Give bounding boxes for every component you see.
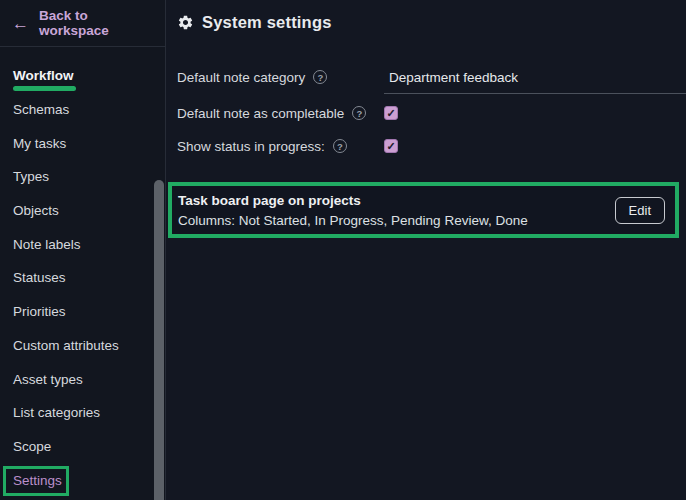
field-label: Show status in progress: bbox=[177, 139, 325, 154]
task-board-section: Task board page on projects Columns: Not… bbox=[168, 182, 679, 238]
checkmark-icon: ✓ bbox=[386, 141, 395, 152]
sidebar-item-list-categories[interactable]: List categories bbox=[0, 396, 165, 430]
sidebar-nav: Workflow Schemas My tasks Types Objects … bbox=[0, 47, 165, 497]
sidebar-item-custom-attributes[interactable]: Custom attributes bbox=[0, 329, 165, 363]
default-note-category-input[interactable] bbox=[384, 64, 686, 94]
help-icon[interactable]: ? bbox=[313, 70, 327, 84]
sidebar-item-label: Note labels bbox=[13, 237, 81, 252]
sidebar-item-label: Workflow bbox=[13, 68, 74, 83]
sidebar-item-scope[interactable]: Scope bbox=[0, 430, 165, 464]
sidebar-item-schemas[interactable]: Schemas bbox=[0, 93, 165, 127]
task-board-title: Task board page on projects bbox=[178, 193, 528, 208]
sidebar-item-label: Statuses bbox=[13, 270, 66, 285]
sidebar-item-objects[interactable]: Objects bbox=[0, 194, 165, 228]
page-title: System settings bbox=[202, 13, 332, 32]
sidebar-item-label: Objects bbox=[13, 203, 59, 218]
sidebar-item-label: My tasks bbox=[13, 136, 66, 151]
edit-button[interactable]: Edit bbox=[615, 197, 665, 224]
sidebar-item-label: Priorities bbox=[13, 304, 66, 319]
default-note-completable-checkbox[interactable]: ✓ bbox=[384, 106, 398, 120]
field-label: Default note as completable bbox=[177, 106, 344, 121]
sidebar-item-label: Custom attributes bbox=[13, 338, 119, 353]
sidebar-item-priorities[interactable]: Priorities bbox=[0, 295, 165, 329]
sidebar-item-my-tasks[interactable]: My tasks bbox=[0, 126, 165, 160]
back-arrow-icon: ← bbox=[12, 15, 29, 32]
back-to-workspace-label: Back to workspace bbox=[39, 8, 153, 38]
show-status-in-progress-checkbox[interactable]: ✓ bbox=[384, 139, 398, 153]
checkmark-icon: ✓ bbox=[386, 108, 395, 119]
gear-icon bbox=[177, 14, 194, 31]
sidebar-item-label: Settings bbox=[13, 473, 62, 488]
sidebar-item-statuses[interactable]: Statuses bbox=[0, 261, 165, 295]
help-icon[interactable]: ? bbox=[333, 139, 347, 153]
form-row-show-status-in-progress: Show status in progress: ? ✓ bbox=[166, 130, 686, 162]
form-row-default-note-category: Default note category ? bbox=[166, 60, 686, 94]
field-label: Default note category bbox=[177, 70, 305, 85]
sidebar-scrollbar-thumb[interactable] bbox=[154, 180, 164, 500]
sidebar-item-label: Scope bbox=[13, 439, 51, 454]
sidebar: ← Back to workspace Workflow Schemas My … bbox=[0, 0, 166, 500]
sidebar-item-workflow[interactable]: Workflow bbox=[0, 59, 165, 93]
main-content: System settings Default note category ? … bbox=[166, 0, 686, 500]
task-board-columns: Columns: Not Started, In Progress, Pendi… bbox=[178, 213, 528, 228]
sidebar-item-asset-types[interactable]: Asset types bbox=[0, 362, 165, 396]
page-header: System settings bbox=[166, 0, 686, 44]
form-row-default-note-completable: Default note as completable ? ✓ bbox=[166, 97, 686, 129]
sidebar-item-types[interactable]: Types bbox=[0, 160, 165, 194]
sidebar-item-settings[interactable]: Settings bbox=[0, 463, 165, 497]
back-to-workspace-link[interactable]: ← Back to workspace bbox=[0, 0, 165, 47]
system-settings-window: ← Back to workspace Workflow Schemas My … bbox=[0, 0, 686, 500]
help-icon[interactable]: ? bbox=[352, 106, 366, 120]
sidebar-item-label: List categories bbox=[13, 405, 100, 420]
sidebar-item-label: Types bbox=[13, 169, 49, 184]
sidebar-item-label: Schemas bbox=[13, 102, 69, 117]
sidebar-item-note-labels[interactable]: Note labels bbox=[0, 227, 165, 261]
sidebar-item-label: Asset types bbox=[13, 372, 83, 387]
